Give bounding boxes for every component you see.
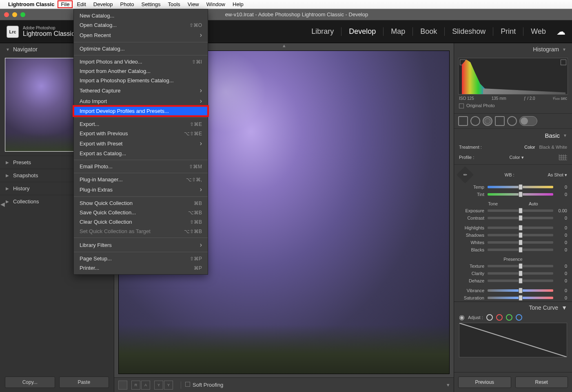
file-menu-item[interactable]: Import a Photoshop Elements Catalog... xyxy=(74,76,208,85)
reset-button[interactable]: Reset xyxy=(515,377,568,388)
file-menu-item[interactable]: Plug-in Manager...⌥⇧⌘, xyxy=(74,175,208,184)
menu-settings[interactable]: Settings xyxy=(141,1,160,7)
file-menu-item[interactable]: Plug-in Extras xyxy=(74,184,208,195)
file-menu-item[interactable]: Page Setup...⇧⌘P xyxy=(74,254,208,263)
original-photo-checkbox[interactable]: Original Photo xyxy=(458,102,568,111)
file-menu-item[interactable]: Email Photo...⇧⌘M xyxy=(74,162,208,171)
logo-big: Lightroom Classic xyxy=(23,30,75,37)
menu-develop[interactable]: Develop xyxy=(93,1,113,7)
menu-help[interactable]: Help xyxy=(233,1,244,7)
soft-proofing-checkbox[interactable]: Soft Proofing xyxy=(185,382,223,388)
file-menu-item[interactable]: Printer...⌘P xyxy=(74,263,208,273)
clip-highlights-icon[interactable] xyxy=(561,59,566,65)
compare-group[interactable]: YY xyxy=(154,381,173,390)
tint-slider[interactable]: Tint0 xyxy=(454,191,572,198)
file-menu-item[interactable]: Auto Import xyxy=(74,96,208,106)
file-menu-item[interactable]: New Catalog... xyxy=(74,11,208,20)
traffic-lights[interactable] xyxy=(4,12,25,17)
file-menu-item[interactable]: Export...⇧⌘E xyxy=(74,119,208,129)
redeye-tool-icon[interactable] xyxy=(483,116,492,126)
module-develop[interactable]: Develop xyxy=(341,27,384,36)
blacks-slider[interactable]: Blacks0 xyxy=(454,246,572,253)
histogram-panel-head[interactable]: Histogram▼ xyxy=(454,43,572,55)
highlights-slider[interactable]: Highlights0 xyxy=(454,224,572,231)
menu-tools[interactable]: Tools xyxy=(168,1,180,7)
minimize-icon[interactable] xyxy=(12,12,17,17)
menu-file[interactable]: File xyxy=(58,0,73,8)
clarity-slider[interactable]: Clarity0 xyxy=(454,270,572,277)
curve-red-icon[interactable] xyxy=(496,314,503,321)
menubar-app-name[interactable]: Lightroom Classic xyxy=(8,1,54,7)
crop-tool-icon[interactable] xyxy=(458,116,468,126)
file-menu-item[interactable]: Open Recent xyxy=(74,30,208,40)
file-menu-item[interactable]: Save Quick Collection...⌥⌘B xyxy=(74,208,208,217)
basic-panel-head[interactable]: Basic▼ xyxy=(454,129,572,142)
module-web[interactable]: Web xyxy=(523,27,553,36)
histogram-metadata: ISO 125135 mmƒ / 2.0¹⁄₅₀₀ sec xyxy=(458,95,568,102)
menu-edit[interactable]: Edit xyxy=(77,1,86,7)
dehaze-slider[interactable]: Dehaze0 xyxy=(454,277,572,284)
wb-dropdown[interactable]: As Shot ▾ xyxy=(548,172,567,178)
spot-tool-icon[interactable] xyxy=(470,116,480,126)
maximize-icon[interactable] xyxy=(20,12,25,17)
previous-button[interactable]: Previous xyxy=(458,377,511,388)
file-menu-item[interactable]: Export as Catalog... xyxy=(74,149,208,158)
radial-tool-icon[interactable] xyxy=(507,116,517,126)
file-menu-item[interactable]: Export with Preset xyxy=(74,138,208,149)
texture-slider[interactable]: Texture0 xyxy=(454,262,572,270)
menu-photo[interactable]: Photo xyxy=(120,1,134,7)
cloud-icon[interactable]: ☁ xyxy=(556,26,565,37)
histogram-display[interactable] xyxy=(458,58,568,95)
temp-slider[interactable]: Temp0 xyxy=(454,183,572,191)
menu-window[interactable]: Window xyxy=(206,1,225,7)
treatment-color[interactable]: Color xyxy=(524,145,535,150)
vibrance-slider[interactable]: Vibrance0 xyxy=(454,287,572,294)
right-panel-group: Histogram▼ ISO 125135 mmƒ / 2.0¹⁄₅₀₀ sec… xyxy=(454,43,572,392)
file-menu-item[interactable]: Show Quick Collection⌘B xyxy=(74,198,208,208)
saturation-slider[interactable]: Saturation0 xyxy=(454,294,572,302)
loupe-view-icon[interactable] xyxy=(118,381,127,390)
local-tools-row xyxy=(454,113,572,129)
curve-blue-icon[interactable] xyxy=(516,314,522,321)
shadows-slider[interactable]: Shadows0 xyxy=(454,231,572,239)
file-menu-item[interactable]: Optimize Catalog... xyxy=(74,44,208,53)
auto-tone-button[interactable]: Auto xyxy=(529,201,538,206)
copy-button[interactable]: Copy... xyxy=(5,377,55,388)
contrast-slider[interactable]: Contrast0 xyxy=(454,214,572,222)
module-book[interactable]: Book xyxy=(413,27,445,36)
file-menu-item[interactable]: Open Catalog...⇧⌘O xyxy=(74,20,208,30)
toolbar-chevron-icon[interactable]: ▾ xyxy=(447,382,450,388)
curve-rgb-icon[interactable] xyxy=(486,314,493,321)
module-slideshow[interactable]: Slideshow xyxy=(445,27,493,36)
file-menu-item[interactable]: Tethered Capture xyxy=(74,85,208,96)
file-menu-item[interactable]: Import Photos and Video...⇧⌘I xyxy=(74,57,208,66)
mask-toggle[interactable] xyxy=(519,116,537,126)
curve-green-icon[interactable] xyxy=(506,314,512,321)
mac-menubar[interactable]: Lightroom Classic File Edit Develop Phot… xyxy=(0,0,572,9)
treatment-bw[interactable]: Black & White xyxy=(539,145,567,150)
whites-slider[interactable]: Whites0 xyxy=(454,239,572,246)
left-collapse-handle[interactable]: ◀ xyxy=(0,196,5,212)
exposure-slider[interactable]: Exposure0.00 xyxy=(454,207,572,214)
file-menu-item[interactable]: Import from Another Catalog... xyxy=(74,66,208,76)
grad-tool-icon[interactable] xyxy=(495,116,505,126)
wb-eyedropper-icon[interactable]: ✎ xyxy=(457,166,474,183)
module-print[interactable]: Print xyxy=(493,27,523,36)
tone-curve-graph[interactable] xyxy=(459,323,567,357)
module-map[interactable]: Map xyxy=(384,27,413,36)
file-menu-item[interactable]: Export with Previous⌥⇧⌘E xyxy=(74,129,208,138)
module-picker: Library Develop Map Book Slideshow Print… xyxy=(304,27,553,36)
treatment-row: Treatment : ColorBlack & White xyxy=(454,142,572,152)
before-after-group[interactable]: RA xyxy=(131,381,150,390)
file-menu-item[interactable]: Import Develop Profiles and Presets... xyxy=(74,106,208,116)
bottom-toolbar: RA YY Soft Proofing ▾ xyxy=(114,377,454,392)
menu-view[interactable]: View xyxy=(188,1,199,7)
profile-dropdown[interactable]: Color ▾ xyxy=(509,155,523,160)
file-menu-item[interactable]: Library Filters xyxy=(74,240,208,250)
paste-button[interactable]: Paste xyxy=(59,377,109,388)
file-menu-item[interactable]: Clear Quick Collection⇧⌘B xyxy=(74,217,208,227)
profile-browser-icon[interactable] xyxy=(559,154,567,160)
module-library[interactable]: Library xyxy=(304,27,341,36)
close-icon[interactable] xyxy=(4,12,9,17)
tone-curve-panel-head[interactable]: Tone Curve▼ xyxy=(459,304,567,313)
